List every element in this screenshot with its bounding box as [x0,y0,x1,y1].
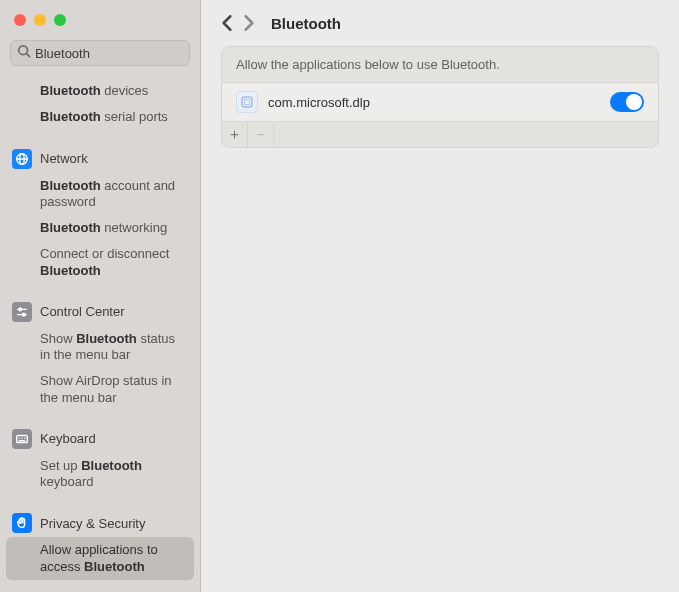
hand-icon [12,513,32,533]
globe-icon [12,149,32,169]
search-result-item[interactable]: Bluetooth account and password [0,173,200,216]
remove-app-button[interactable]: － [248,122,274,148]
main: Bluetooth Allow the applications below t… [201,0,679,592]
search-icon [17,44,35,62]
sidebar-item-label: Control Center [40,304,125,319]
search-result-item[interactable]: Allow applications to access Bluetooth [6,537,194,580]
svg-point-0 [19,46,28,55]
search-result-item[interactable]: Bluetooth devices [0,78,200,104]
svg-point-10 [22,313,25,316]
sidebar-item-control-center[interactable]: Control Center [0,298,200,326]
search-wrap [0,36,200,78]
add-app-button[interactable]: ＋ [222,122,248,148]
sliders-icon [12,302,32,322]
search-input[interactable] [35,46,201,61]
sidebar-item-label: Privacy & Security [40,516,145,531]
search-result-item[interactable]: Show Bluetooth status in the menu bar [0,326,200,369]
sidebar-item-privacy[interactable]: Privacy & Security [0,509,200,537]
search-result-item[interactable]: Show AirDrop status in the menu bar [0,368,200,411]
panel-footer: ＋ － [222,121,658,147]
sidebar-item-label: Keyboard [40,431,96,446]
search-result-item[interactable]: Connect or disconnect Bluetooth [0,241,200,284]
sidebar-item-label: Network [40,151,88,166]
titlebar: Bluetooth [201,0,679,46]
forward-button[interactable] [243,14,255,32]
svg-rect-18 [245,100,250,105]
sidebar: Bluetooth devicesBluetooth serial portsN… [0,0,201,592]
traffic-lights [0,0,200,36]
keyboard-icon [12,429,32,449]
app-name: com.microsoft.dlp [268,95,600,110]
search-result-item[interactable]: Set up Bluetooth keyboard [0,453,200,496]
page-title: Bluetooth [271,15,341,32]
content: Allow the applications below to use Blue… [201,46,679,148]
app-toggle[interactable] [610,92,644,112]
app-row: com.microsoft.dlp [222,83,658,121]
svg-rect-11 [17,435,28,442]
svg-line-1 [27,54,31,58]
panel-prompt: Allow the applications below to use Blue… [222,47,658,83]
svg-point-8 [19,308,22,311]
minimize-button[interactable] [34,14,46,26]
svg-rect-17 [242,97,252,107]
sidebar-item-network[interactable]: Network [0,145,200,173]
app-icon [236,91,258,113]
fullscreen-button[interactable] [54,14,66,26]
search-field[interactable] [10,40,190,66]
search-result-item[interactable]: Bluetooth serial ports [0,104,200,130]
apps-panel: Allow the applications below to use Blue… [221,46,659,148]
search-result-item[interactable]: Bluetooth networking [0,215,200,241]
window: Bluetooth devicesBluetooth serial portsN… [0,0,679,592]
sidebar-item-keyboard[interactable]: Keyboard [0,425,200,453]
close-button[interactable] [14,14,26,26]
back-button[interactable] [221,14,233,32]
